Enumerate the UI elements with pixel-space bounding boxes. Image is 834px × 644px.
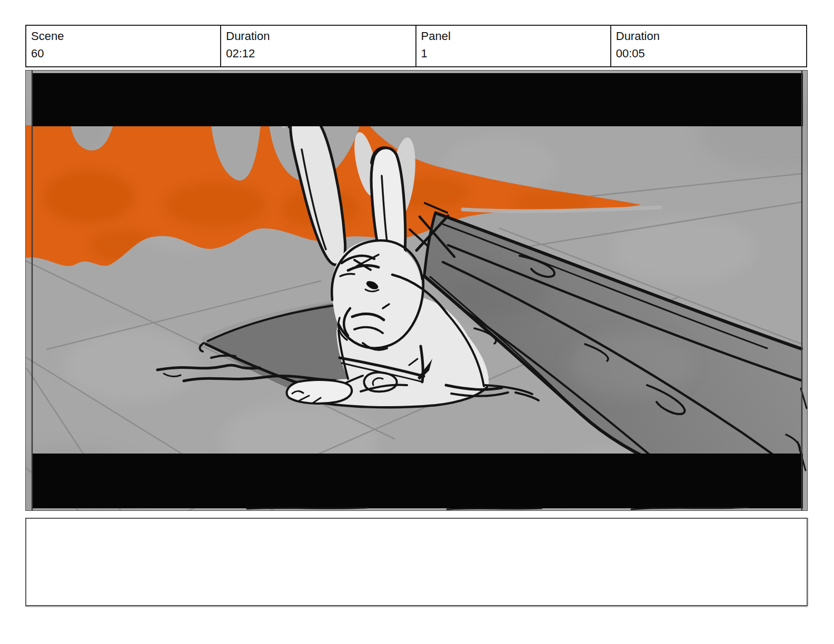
info-cell-panel-duration: Duration 00:05	[611, 26, 806, 66]
storyboard-image	[26, 71, 807, 510]
scene-duration-label: Duration	[226, 29, 411, 44]
info-cell-scene-duration: Duration 02:12	[221, 26, 416, 66]
scene-duration-value: 02:12	[226, 46, 411, 61]
storyboard-sheet: Scene 60 Duration 02:12 Panel 1 Duration…	[0, 0, 834, 644]
scene-label: Scene	[31, 29, 216, 44]
shot-info-table: Scene 60 Duration 02:12 Panel 1 Duration…	[25, 25, 807, 67]
info-cell-panel: Panel 1	[416, 26, 611, 66]
info-cell-scene: Scene 60	[26, 26, 221, 66]
notes-box	[25, 518, 808, 606]
panel-label: Panel	[421, 29, 606, 44]
panel-duration-value: 00:05	[616, 46, 802, 61]
panel-duration-label: Duration	[616, 29, 802, 44]
scene-value: 60	[31, 46, 216, 61]
letterbox-top-bar	[32, 73, 803, 126]
panel-value: 1	[421, 46, 606, 61]
storyboard-panel	[25, 70, 808, 511]
letterbox-bottom-bar	[32, 454, 803, 508]
